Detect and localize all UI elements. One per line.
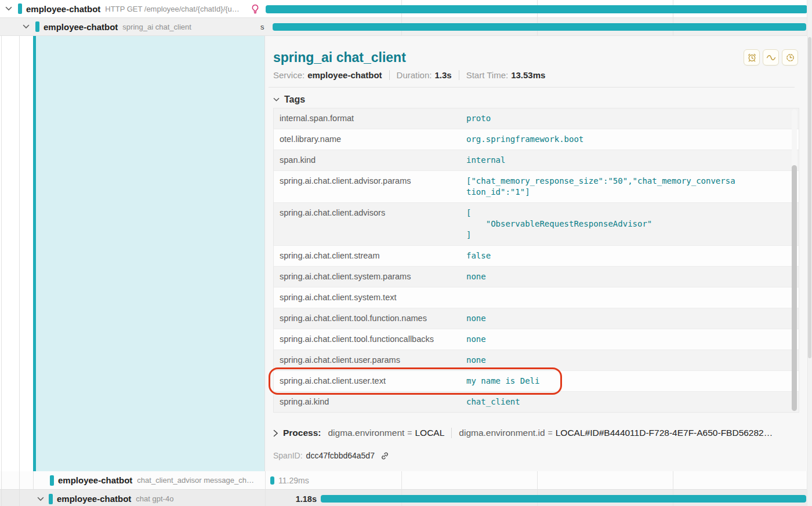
tag-row: spring.ai.chat.client.system.text	[274, 287, 799, 308]
tag-key: spring.ai.chat.client.user.text	[280, 376, 466, 387]
indent-guide	[1, 36, 2, 471]
page-scrollbar-track	[807, 0, 812, 506]
span-label: employee-chatbot HTTP GET /employee/chat…	[0, 0, 240, 17]
start-time-value: 13.53ms	[511, 70, 545, 80]
chevron-down-icon[interactable]	[23, 24, 30, 29]
equals-sign: =	[548, 428, 553, 438]
span-meta: Service: employee-chatbot Duration: 1.3s…	[273, 70, 799, 80]
tag-row: spring.ai.kindchat_client	[274, 392, 799, 412]
tag-key: spring.ai.chat.client.advisor.params	[280, 176, 466, 198]
span-id-value: dcc47fcbbd64a5d7	[306, 451, 375, 460]
span-duration-bar[interactable]	[273, 23, 806, 31]
insight-lightbulb-icon[interactable]	[251, 4, 260, 16]
span-row-chat-gpt-4o[interactable]: employee-chatbot chat gpt-4o 1.18s	[0, 490, 812, 506]
timeline-gridline	[265, 471, 266, 489]
process-value: LOCAL	[415, 428, 445, 438]
timeline-gridline	[673, 471, 673, 489]
span-color-bar	[18, 3, 22, 14]
tag-value: none	[466, 334, 739, 345]
tag-value	[466, 292, 739, 303]
tag-row: spring.ai.chat.client.advisors[ "Observa…	[274, 203, 799, 246]
span-action-buttons	[744, 49, 798, 65]
tag-row: spring.ai.chat.client.streamfalse	[274, 246, 799, 267]
process-key: digma.environment.id	[459, 428, 545, 438]
span-label: employee-chatbot chat gpt-4o	[0, 490, 173, 506]
divider	[451, 428, 452, 438]
process-value: LOCAL#ID#B444011D-F728-4E7F-A650-FBD5628…	[556, 428, 773, 438]
equals-sign: =	[407, 428, 412, 438]
span-row-chat-client-advisor[interactable]: employee-chatbot chat_client_advisor mes…	[0, 471, 812, 490]
tag-value: internal	[466, 155, 739, 166]
tag-value: false	[466, 250, 739, 261]
tag-value: none	[466, 355, 739, 366]
timeline-gridline	[401, 471, 402, 489]
tag-key: spring.ai.chat.client.system.text	[280, 292, 466, 303]
duration-label: Duration:	[397, 70, 432, 80]
chevron-down-icon[interactable]	[37, 497, 44, 501]
service-name: employee-chatbot	[26, 4, 100, 14]
operation-name: chat gpt-4o	[136, 494, 173, 503]
process-key: digma.environment	[328, 428, 404, 438]
tag-key: spring.ai.chat.client.advisors	[280, 208, 466, 241]
tag-row: spring.ai.chat.client.system.paramsnone	[274, 267, 799, 287]
tag-value: none	[466, 313, 739, 324]
service-name: employee-chatbot	[44, 22, 118, 32]
tag-row: spring.ai.chat.client.user.paramsnone	[274, 350, 799, 371]
chevron-down-icon[interactable]	[5, 6, 12, 11]
indent-guide	[19, 36, 20, 471]
chevron-right-icon[interactable]	[273, 429, 278, 437]
start-time-label: Start Time:	[466, 70, 509, 80]
tags-rows: internal.span.formatprotootel.library.na…	[274, 108, 799, 412]
service-value: employee-chatbot	[307, 70, 382, 80]
tag-key: spring.ai.chat.client.system.params	[280, 271, 466, 282]
timeline-gridline	[537, 471, 538, 489]
trace-viewer: employee-chatbot HTTP GET /employee/chat…	[0, 0, 812, 506]
selected-span-highlight	[36, 36, 264, 471]
timer-clock-button[interactable]	[782, 49, 798, 65]
link-icon[interactable]	[380, 452, 389, 460]
span-id-row: SpanID: dcc47fcbbd64a5d7	[273, 451, 799, 460]
tags-table: internal.span.formatprotootel.library.na…	[273, 108, 799, 413]
span-color-bar	[35, 21, 39, 32]
tag-key: otel.library.name	[280, 134, 466, 145]
tag-row: otel.library.nameorg.springframework.boo…	[274, 129, 799, 150]
tag-value: org.springframework.boot	[466, 134, 739, 145]
chevron-down-icon	[273, 97, 280, 102]
tags-section-toggle[interactable]: Tags	[273, 93, 799, 106]
tag-key: spring.ai.chat.client.user.params	[280, 355, 466, 366]
tag-value: chat_client	[466, 396, 739, 407]
span-duration-bar[interactable]	[321, 495, 806, 503]
tags-header-text: Tags	[284, 94, 305, 105]
span-color-bar	[49, 494, 53, 504]
span-label: employee-chatbot chat_client_advisor mes…	[0, 471, 254, 489]
process-label: Process:	[283, 428, 321, 438]
tag-key: spring.ai.chat.client.tool.functioncallb…	[280, 334, 466, 345]
tags-scrollbar-track	[792, 110, 797, 411]
alarm-clock-button[interactable]	[744, 49, 760, 65]
tag-value: my name is Deli	[466, 376, 739, 387]
tag-value: [ "ObservableRequestResponseAdvisor" ]	[466, 208, 739, 241]
service-label: Service:	[273, 70, 304, 80]
span-duration-bar[interactable]	[266, 5, 807, 13]
tag-key: spring.ai.chat.client.tool.function.name…	[280, 313, 466, 324]
tag-key: spring.ai.kind	[280, 396, 466, 407]
span-row-chat-client[interactable]: employee-chatbot spring_ai chat_client s	[0, 18, 812, 36]
tag-row: spring.ai.chat.client.tool.functioncallb…	[274, 329, 799, 350]
tag-key: spring.ai.chat.client.stream	[280, 250, 466, 261]
wave-chart-button[interactable]	[763, 49, 779, 65]
tag-value: none	[466, 271, 739, 282]
span-row-http-get[interactable]: employee-chatbot HTTP GET /employee/chat…	[0, 0, 812, 18]
duration-label: 1.18s	[266, 490, 317, 506]
span-duration-bar[interactable]	[270, 476, 274, 485]
tag-row: spring.ai.chat.client.advisor.params["ch…	[274, 171, 799, 203]
tags-scrollbar-thumb[interactable]	[792, 165, 797, 411]
operation-name: HTTP GET /employee/chat/{chatId}/{u…	[105, 5, 239, 13]
tag-value: ["chat_memory_response_size":"50","chat_…	[466, 176, 739, 198]
span-detail-band: spring_ai chat_client	[0, 36, 812, 471]
span-color-bar	[50, 475, 54, 486]
tag-value: proto	[466, 113, 739, 124]
page-scrollbar-thumb[interactable]	[808, 37, 811, 358]
span-detail-panel: spring_ai chat_client	[264, 36, 806, 471]
divider	[269, 87, 795, 88]
process-row: Process: digma.environment = LOCAL digma…	[273, 428, 799, 438]
